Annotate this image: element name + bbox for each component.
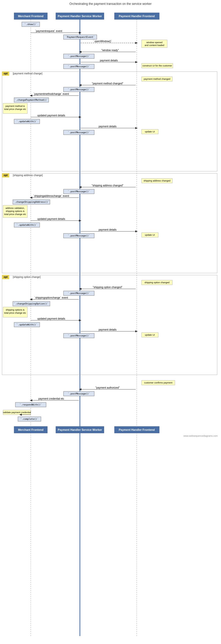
sequence-diagram: Merchant Frontend Payment Handler Servic… — [0, 7, 221, 644]
svg-text:window opened: window opened — [146, 41, 163, 44]
svg-text:payment details: payment details — [99, 328, 117, 331]
svg-text:shipping address changed: shipping address changed — [143, 179, 170, 182]
svg-text:update UI: update UI — [145, 334, 155, 336]
svg-text:customer confirms payment: customer confirms payment — [144, 381, 173, 384]
svg-text:[payment method change]: [payment method change] — [13, 72, 43, 75]
svg-text:`.postMessage()`: `.postMessage()` — [68, 55, 90, 58]
svg-text:validate payment credential: validate payment credential — [3, 411, 31, 414]
svg-text:`.postMessage()`: `.postMessage()` — [68, 292, 90, 295]
svg-text:and content loaded: and content loaded — [145, 44, 164, 47]
svg-text:total price change etc: total price change etc — [4, 108, 26, 110]
svg-text:updated payment details: updated payment details — [37, 114, 65, 117]
svg-text:payment details: payment details — [100, 59, 118, 62]
svg-text:updated payment details: updated payment details — [37, 218, 65, 220]
svg-text:address validation,: address validation, — [5, 207, 25, 209]
svg-text:Merchant Frontend: Merchant Frontend — [18, 428, 44, 431]
svg-text:`.changePaymentMethod()`: `.changePaymentMethod()` — [15, 99, 48, 101]
svg-text:[shipping address change]: [shipping address change] — [13, 174, 43, 177]
svg-text:`.respondWith()`: `.respondWith()` — [20, 403, 42, 406]
svg-text:opt: opt — [4, 174, 8, 177]
svg-text:Payment Handler Service Worker: Payment Handler Service Worker — [58, 15, 102, 18]
svg-text:payment details: payment details — [99, 125, 117, 128]
svg-text:updated payment details: updated payment details — [37, 317, 65, 320]
svg-text:update UI: update UI — [145, 234, 155, 236]
svg-text:shipping options &: shipping options & — [6, 309, 25, 311]
svg-text:total price change etc: total price change etc — [4, 312, 26, 314]
svg-marker-46 — [30, 95, 32, 97]
svg-text:www.websequencediagrams.com: www.websequencediagrams.com — [183, 435, 218, 437]
svg-text:[shipping option change]: [shipping option change] — [13, 276, 41, 278]
svg-text:`.complete()`: `.complete()` — [20, 418, 38, 420]
svg-text:Payment Handler Frontend: Payment Handler Frontend — [119, 428, 155, 431]
svg-text:construct UI for the customer: construct UI for the customer — [142, 64, 172, 67]
svg-text:`.updateWith()`: `.updateWith()` — [16, 120, 37, 123]
svg-text:payment credential etc: payment credential etc — [38, 397, 64, 400]
diagram-container: Orchestrating the payment transaction on… — [0, 0, 221, 644]
svg-marker-109 — [30, 298, 32, 300]
svg-text:payment method &: payment method & — [5, 105, 25, 107]
svg-text:`.changeShippingOption()`: `.changeShippingOption()` — [14, 302, 48, 305]
svg-text:`.postMessage()`: `.postMessage()` — [68, 392, 90, 395]
svg-text:"shipping option changed": "shipping option changed" — [93, 286, 122, 289]
svg-text:"shipping address changed": "shipping address changed" — [92, 184, 123, 187]
svg-marker-91 — [135, 230, 138, 232]
svg-marker-17 — [135, 42, 138, 44]
svg-text:update UI: update UI — [145, 130, 155, 133]
svg-text:`.postMessage()`: `.postMessage()` — [68, 65, 90, 68]
svg-marker-136 — [30, 399, 32, 401]
svg-text:`.changeShippingAddress()`: `.changeShippingAddress()` — [13, 201, 49, 203]
svg-marker-28 — [135, 61, 138, 63]
svg-text:`.postMessage()`: `.postMessage()` — [68, 131, 90, 134]
svg-text:`.postMessage()`: `.postMessage()` — [68, 334, 90, 337]
svg-text:Payment Handler Frontend: Payment Handler Frontend — [119, 15, 155, 18]
svg-text:`.updateWith()`: `.updateWith()` — [16, 224, 37, 226]
svg-text:"payment authorized": "payment authorized" — [96, 386, 120, 389]
svg-marker-122 — [135, 330, 138, 332]
svg-text:opt: opt — [4, 72, 8, 75]
svg-text:`PaymentRequestEvent`: `PaymentRequestEvent` — [66, 36, 95, 38]
svg-text:`.postMessage()`: `.postMessage()` — [68, 88, 90, 91]
svg-text:`.openWindow()`: `.openWindow()` — [93, 40, 112, 43]
svg-text:`.updateWith()`: `.updateWith()` — [16, 323, 37, 326]
svg-marker-77 — [30, 197, 32, 199]
svg-text:Merchant Frontend: Merchant Frontend — [18, 15, 44, 18]
svg-text:`.show()`: `.show()` — [25, 23, 37, 26]
svg-text:`shippingoptionchange` event: `shippingoptionchange` event — [34, 296, 68, 299]
svg-text:total price change etc: total price change etc — [4, 213, 26, 216]
svg-text:payment method changed: payment method changed — [144, 78, 170, 80]
svg-text:shipping options &: shipping options & — [6, 210, 25, 212]
svg-text:`paymentrequest` event: `paymentrequest` event — [35, 30, 62, 32]
svg-text:Payment Handler Service Worker: Payment Handler Service Worker — [58, 428, 102, 431]
svg-text:opt: opt — [4, 276, 8, 278]
svg-text:`paymentmethodchange` event: `paymentmethodchange` event — [34, 93, 69, 95]
svg-text:shipping option changed: shipping option changed — [144, 281, 170, 284]
svg-text:`.postMessage()`: `.postMessage()` — [68, 190, 90, 193]
diagram-title: Orchestrating the payment transaction on… — [0, 0, 221, 7]
svg-text:"payment method changed": "payment method changed" — [92, 82, 123, 85]
svg-text:"window ready": "window ready" — [101, 49, 119, 52]
svg-text:`.postMessage()`: `.postMessage()` — [68, 234, 90, 237]
svg-text:payment details: payment details — [99, 228, 117, 231]
svg-text:`shippingaddresschange` event: `shippingaddresschange` event — [33, 195, 69, 197]
svg-marker-59 — [135, 127, 138, 129]
